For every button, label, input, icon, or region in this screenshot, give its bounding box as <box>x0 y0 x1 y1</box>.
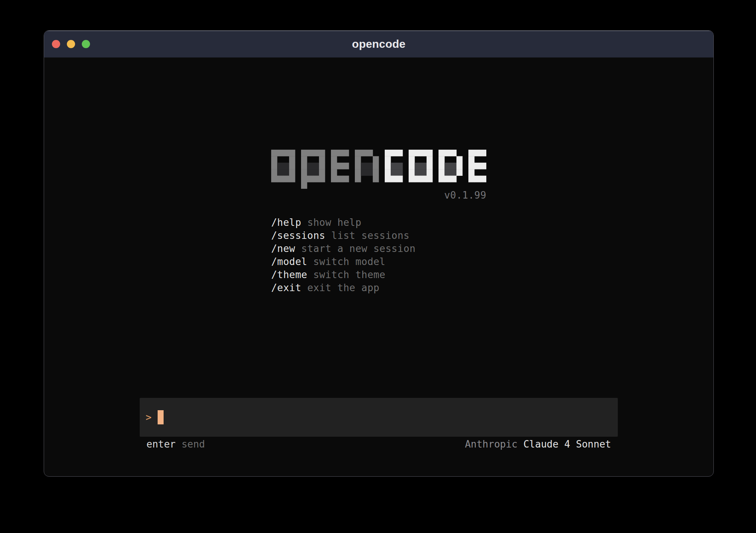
window-title: opencode <box>352 38 405 50</box>
close-button[interactable] <box>52 40 60 48</box>
command-description: switch model <box>313 256 385 267</box>
command-description: exit the app <box>307 282 379 293</box>
status-bar: enter send Anthropic Claude 4 Sonnet <box>140 439 618 449</box>
opencode-logo <box>271 150 486 189</box>
command-list: /help show help/sessions list sessions/n… <box>271 216 486 294</box>
prompt-area: > enter send Anthropic Claude 4 Sonnet <box>140 398 618 449</box>
command-description: show help <box>307 217 362 228</box>
model-label: Claude 4 Sonnet <box>523 439 611 450</box>
message-input[interactable]: > <box>140 398 618 437</box>
provider-label: Anthropic <box>465 439 518 450</box>
command-item: /sessions list sessions <box>271 229 486 242</box>
command-description: list sessions <box>331 230 409 241</box>
opencode-window: opencode v0.1.99 /help show help/session… <box>44 30 714 477</box>
title-bar[interactable]: opencode <box>44 31 713 57</box>
command-item: /exit exit the app <box>271 281 486 294</box>
command-name: /exit <box>271 282 301 293</box>
enter-hint: enter send <box>146 439 205 450</box>
version-label: v0.1.99 <box>271 190 486 200</box>
command-item: /theme switch theme <box>271 268 486 281</box>
model-indicator: Anthropic Claude 4 Sonnet <box>465 439 611 450</box>
enter-key-label: enter <box>146 439 176 450</box>
command-name: /new <box>271 243 295 254</box>
command-description: switch theme <box>313 269 385 280</box>
command-item: /help show help <box>271 216 486 229</box>
minimize-button[interactable] <box>67 40 75 48</box>
command-name: /sessions <box>271 230 325 241</box>
text-cursor <box>158 410 164 424</box>
command-name: /theme <box>271 269 307 280</box>
enter-action-label: send <box>182 439 205 450</box>
command-description: start a new session <box>301 243 416 254</box>
hero-block: v0.1.99 /help show help/sessions list se… <box>271 57 486 294</box>
traffic-lights <box>52 31 90 57</box>
command-item: /new start a new session <box>271 242 486 255</box>
zoom-button[interactable] <box>82 40 90 48</box>
command-name: /help <box>271 217 301 228</box>
desktop: opencode v0.1.99 /help show help/session… <box>0 0 756 533</box>
terminal-content: v0.1.99 /help show help/sessions list se… <box>44 57 713 477</box>
prompt-symbol: > <box>146 412 157 423</box>
command-item: /model switch model <box>271 255 486 268</box>
command-name: /model <box>271 256 307 267</box>
